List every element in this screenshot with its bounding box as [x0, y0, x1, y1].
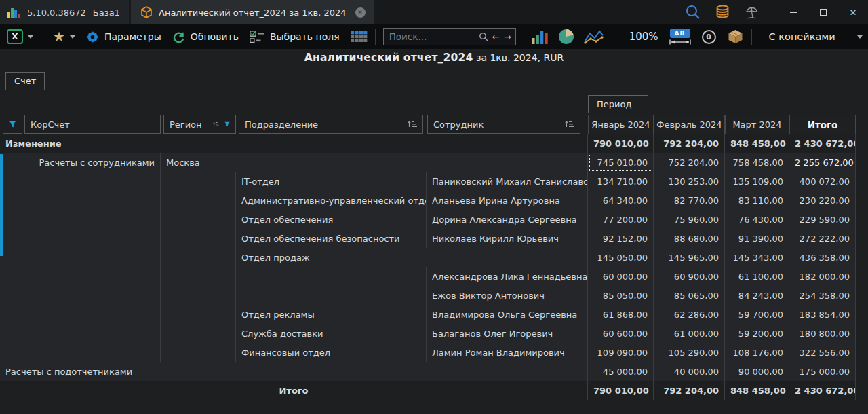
- value-cell[interactable]: 105 290,00: [654, 343, 725, 362]
- department-cell[interactable]: IT-отдел: [236, 172, 427, 191]
- total-cell[interactable]: 254 358,00: [789, 286, 856, 305]
- favorites-star-icon[interactable]: ★: [53, 30, 65, 43]
- value-cell[interactable]: 82 770,00: [654, 191, 725, 210]
- employee-cell[interactable]: Владимирова Ольга Сергеевна: [427, 305, 588, 324]
- total-column-header[interactable]: Итого: [789, 115, 856, 134]
- total-cell[interactable]: 2 255 672,00: [789, 153, 856, 172]
- value-cell[interactable]: 85 050,00: [588, 286, 654, 305]
- group-label-employees[interactable]: Расчеты с сотрудниками: [0, 153, 161, 172]
- package-box-icon[interactable]: [727, 29, 744, 44]
- value-cell[interactable]: 790 010,00: [588, 134, 654, 153]
- kopecks-mode-select[interactable]: С копейками: [769, 31, 835, 42]
- value-cell[interactable]: 76 430,00: [725, 210, 789, 229]
- search-input[interactable]: [389, 31, 475, 42]
- sort-icon[interactable]: [565, 120, 574, 128]
- total-cell[interactable]: 400 072,00: [789, 172, 856, 191]
- minimize-button[interactable]: [778, 0, 808, 24]
- department-cell[interactable]: Отдел рекламы: [236, 305, 427, 324]
- value-cell[interactable]: 130 253,00: [654, 172, 725, 191]
- value-cell[interactable]: 88 680,00: [654, 229, 725, 248]
- excel-dropdown-caret-icon[interactable]: [28, 35, 33, 39]
- search-icon[interactable]: [479, 32, 488, 41]
- value-cell[interactable]: 91 390,00: [725, 229, 789, 248]
- value-cell[interactable]: 61 868,00: [588, 305, 654, 324]
- value-cell[interactable]: 90 000,00: [725, 362, 789, 381]
- filter-icon[interactable]: [224, 120, 230, 128]
- value-cell[interactable]: 62 286,00: [654, 305, 725, 324]
- sort-icon[interactable]: [408, 120, 417, 128]
- row-label-total[interactable]: Итого: [0, 381, 588, 400]
- pie-chart-icon[interactable]: [558, 29, 574, 45]
- umbrella-icon[interactable]: [744, 5, 760, 20]
- database-name[interactable]: База1: [93, 7, 120, 18]
- value-cell[interactable]: 40 000,00: [654, 362, 725, 381]
- employee-cell[interactable]: Ежов Виктор Антонович: [427, 286, 588, 305]
- value-cell[interactable]: 75 960,00: [654, 210, 725, 229]
- total-cell[interactable]: 229 590,00: [789, 210, 856, 229]
- value-cell[interactable]: 59 700,00: [725, 305, 789, 324]
- value-cell[interactable]: 848 458,00: [725, 381, 789, 400]
- global-search-icon[interactable]: [685, 4, 701, 20]
- sort-icon[interactable]: [213, 120, 219, 128]
- department-cell[interactable]: Административно-управленческий отдел: [236, 191, 427, 210]
- close-button[interactable]: ✕: [838, 0, 868, 24]
- value-cell[interactable]: 135 109,00: [725, 172, 789, 191]
- column-header-employee[interactable]: Сотрудник: [427, 115, 580, 134]
- value-cell[interactable]: 145 965,00: [654, 248, 725, 267]
- value-cell[interactable]: 85 065,00: [654, 286, 725, 305]
- search-box[interactable]: ← →: [383, 28, 516, 45]
- search-prev-icon[interactable]: ←: [492, 32, 500, 42]
- selected-value-cell[interactable]: 745 010,00: [588, 153, 654, 172]
- layout-grid-icon[interactable]: [351, 31, 368, 43]
- total-cell[interactable]: 322 556,00: [789, 343, 856, 362]
- value-cell[interactable]: 45 000,00: [588, 362, 654, 381]
- employee-cell[interactable]: Дорина Александра Сергеевна: [427, 210, 588, 229]
- column-header-region[interactable]: Регион: [163, 115, 236, 134]
- excel-export-button[interactable]: X: [7, 29, 23, 44]
- value-cell[interactable]: 134 710,00: [588, 172, 654, 191]
- total-cell[interactable]: 2 430 672,00: [789, 381, 856, 400]
- value-cell[interactable]: 145 343,00: [725, 248, 789, 267]
- value-cell[interactable]: 60 000,00: [588, 267, 654, 286]
- department-cell[interactable]: Финансовый отдел: [236, 343, 427, 362]
- kopecks-dropdown-caret-icon[interactable]: [857, 35, 863, 39]
- employee-cell[interactable]: Ламин Роман Владимирович: [427, 343, 588, 362]
- value-cell[interactable]: 790 010,00: [588, 381, 654, 400]
- value-cell[interactable]: 92 152,00: [588, 229, 654, 248]
- employee-cell[interactable]: Александрова Лика Геннадьевна: [427, 267, 588, 286]
- parameters-button[interactable]: Параметры: [86, 31, 161, 43]
- column-width-button[interactable]: AB: [669, 29, 691, 45]
- total-cell[interactable]: 436 358,00: [789, 248, 856, 267]
- account-field-chip[interactable]: Счет: [5, 72, 45, 90]
- report-tab[interactable]: Аналитический отчет_2024 за 1кв. 2024 ✕: [131, 0, 374, 24]
- value-cell[interactable]: 145 050,00: [588, 248, 654, 267]
- value-cell[interactable]: 60 600,00: [588, 324, 654, 343]
- total-cell[interactable]: 175 000,00: [789, 362, 856, 381]
- value-cell[interactable]: 60 900,00: [654, 267, 725, 286]
- period-field-chip[interactable]: Период: [588, 95, 648, 113]
- value-cell[interactable]: 83 110,00: [725, 191, 789, 210]
- zoom-level[interactable]: 100%: [629, 31, 658, 43]
- value-cell[interactable]: 752 204,00: [654, 153, 725, 172]
- bar-chart-icon[interactable]: [532, 30, 549, 44]
- employee-cell[interactable]: Аланьева Ирина Артуровна: [427, 191, 588, 210]
- value-cell[interactable]: 77 200,00: [588, 210, 654, 229]
- value-cell[interactable]: 758 458,00: [725, 153, 789, 172]
- value-cell[interactable]: 64 340,00: [588, 191, 654, 210]
- value-cell[interactable]: 792 204,00: [654, 134, 725, 153]
- total-cell[interactable]: 183 854,00: [789, 305, 856, 324]
- value-cell[interactable]: 61 100,00: [725, 267, 789, 286]
- value-cell[interactable]: 108 176,00: [725, 343, 789, 362]
- value-cell[interactable]: 792 204,00: [654, 381, 725, 400]
- month-header-march[interactable]: Март 2024: [725, 115, 789, 134]
- employee-cell[interactable]: Николаев Кирилл Юрьевич: [427, 229, 588, 248]
- search-next-icon[interactable]: →: [504, 32, 511, 42]
- department-cell[interactable]: Отдел обеспечения безопасности: [236, 229, 427, 248]
- value-cell[interactable]: 59 200,00: [725, 324, 789, 343]
- department-subtotal-cell[interactable]: Отдел продаж: [236, 248, 588, 267]
- total-cell[interactable]: 182 000,00: [789, 267, 856, 286]
- row-filter-button[interactable]: [3, 115, 22, 134]
- region-cell-moscow[interactable]: Москва: [161, 153, 588, 172]
- database-icon[interactable]: [715, 5, 730, 20]
- month-header-february[interactable]: Февраль 2024: [654, 115, 725, 134]
